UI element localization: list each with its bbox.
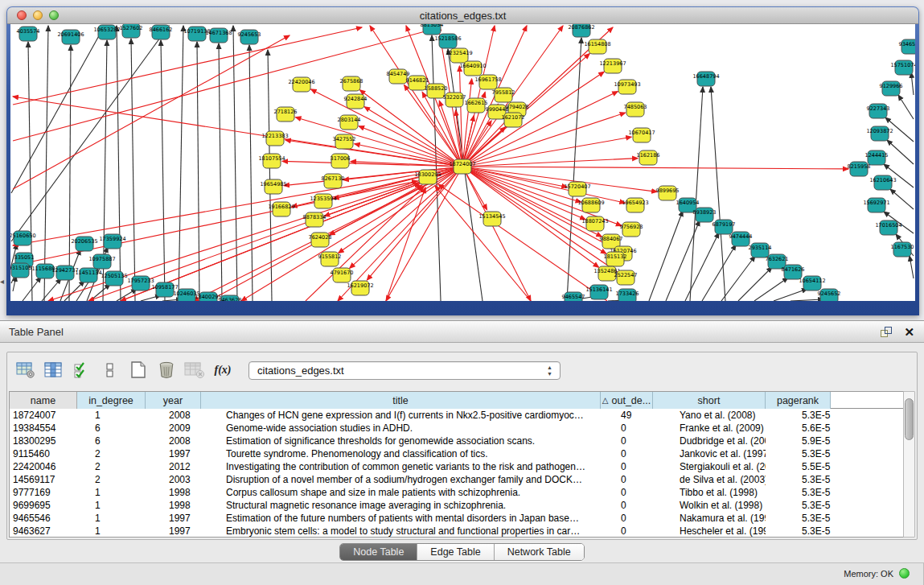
graph-node-label: 18107554 [258,155,285,162]
graph-node-label: 8466162 [150,27,173,33]
table-row[interactable]: 1456911722003Disruption of a novel membe… [10,473,904,486]
graph-node-label: 18807243 [581,218,608,225]
network-window-title: citations_edges.txt [7,10,918,22]
network-window[interactable]: citations_edges.txt 18724007183002952242… [6,6,919,315]
cell: 2 [77,460,146,473]
graph-node-label: 1621072 [502,114,525,121]
graph-node-label: 12353594 [310,196,336,202]
cell: 9463627 [10,525,77,538]
cell: Nakamura et al. (1997) [653,512,766,525]
memory-status-label: Memory: OK [844,569,893,579]
delete-column-icon[interactable] [154,359,179,381]
network-window-titlebar[interactable]: citations_edges.txt [7,7,918,24]
cell: 1 [77,499,146,512]
table-row[interactable]: 946362711997Embryonic stem cells: a mode… [10,525,904,538]
graph-edge [11,26,105,193]
graph-node-label: 10688609 [577,200,604,206]
graph-edge [386,167,462,301]
unselect-all-columns-icon[interactable] [98,359,122,381]
graph-edge [117,26,121,301]
graph-node-label: 12213383 [261,133,288,139]
table-toolbar: f(x) citations_edges.txt ▲▼ [14,357,561,383]
table-row[interactable]: 911546021997Tourette syndrome. Phenomeno… [10,447,904,460]
cell: 5.5E-5 [766,460,831,473]
cell: 2009 [146,422,201,435]
cell: 5.3E-5 [766,473,831,486]
graph-node-label: 10654112 [799,278,825,284]
graph-node-label: 12505135 [101,273,127,279]
cell: 9115460 [10,447,77,460]
table-row[interactable]: 969969511998Structural magnetic resonanc… [10,499,904,512]
cell: 1 [77,409,146,422]
table-mode-icon[interactable] [14,359,38,381]
network-canvas[interactable]: 1872400718300295224200462718126122133831… [10,24,915,301]
float-panel-icon[interactable] [881,327,893,338]
graph-node-label: 17359924 [99,236,125,242]
graph-node-label: 7624028 [309,234,332,241]
graph-node-label: 8471626 [782,266,805,273]
graph-node-label: 9346551 [899,41,915,47]
graph-edge [161,40,165,301]
table-chooser-dropdown[interactable]: citations_edges.txt ▲▼ [248,361,561,380]
graph-edge [295,117,462,167]
function-builder-icon[interactable]: f(x) [211,359,235,381]
graph-node-label: 18724007 [449,161,475,167]
table-row[interactable]: 977716911998Corpus callosum shape and si… [10,486,904,499]
graph-node-label: 9884067 [600,236,623,242]
cell: 2008 [146,409,201,422]
graph-node-label: 12213967 [599,60,626,67]
graph-node-label: 9146821 [406,77,429,84]
graph-node-label: 317006 [331,155,351,162]
column-header-out_de[interactable]: △out_de... [601,392,653,409]
cell: 18300295 [10,435,77,447]
graph-edge [887,140,914,164]
column-header-title[interactable]: title [201,392,601,409]
close-panel-icon[interactable]: ✕ [904,327,914,338]
table-row[interactable]: 1938455462009Genome-wide association stu… [10,422,904,435]
table-row[interactable]: 1830029562008Estimation of significance … [10,435,904,447]
graph-edge [334,167,462,199]
tab-node-table[interactable]: Node Table [340,544,417,560]
graph-node-label: 19166829 [268,204,294,210]
graph-node-label: 2522547 [614,272,638,278]
table-row[interactable]: 1872400712008Changes of HCN gene express… [10,409,904,422]
graph-node-label: 16961758 [474,76,501,83]
column-header-short[interactable]: short [653,392,766,409]
graph-node-label: 20876862 [568,24,594,31]
cell: Disruption of a novel member of a sodium… [201,473,601,486]
graph-edge [649,211,683,301]
graph-node-label: 10958177 [151,284,178,290]
select-all-columns-icon[interactable] [70,359,94,381]
graph-edge [13,35,290,189]
graph-nodes[interactable]: 1872400718300295224200462718126122133831… [10,24,915,301]
new-column-icon[interactable] [126,359,150,381]
table-scrollbar[interactable] [903,391,915,538]
table-body: 1872400712008Changes of HCN gene express… [10,409,904,538]
column-header-in_degree[interactable]: in_degree [77,392,146,409]
cell: Jankovic et al. (1997) [653,447,766,460]
table-scrollbar-thumb[interactable] [905,398,914,440]
tab-network-table[interactable]: Network Table [495,544,584,560]
show-column-icon[interactable] [42,359,66,381]
graph-node-label: 1244415 [865,152,889,159]
cell: 5.3E-5 [766,409,831,422]
table-row[interactable]: 946554611997Estimation of the future num… [10,512,904,525]
graph-node-label: 19654985 [260,181,286,187]
column-header-year[interactable]: year [146,392,201,409]
graph-node-label: 1662615 [465,100,488,106]
cell: 2 [77,473,146,486]
memory-status-icon[interactable] [899,568,910,579]
delete-table-icon[interactable] [183,359,207,381]
cell: 6 [77,435,146,447]
graph-node-label: 16210643 [869,177,896,183]
cell: Embryonic stem cells: a model to study s… [201,525,601,538]
graph-node-label: 9899695 [656,187,680,194]
cell: Tibbo et al. (1998) [653,486,766,499]
cell: 22420046 [10,460,77,473]
tab-edge-table[interactable]: Edge Table [417,544,494,560]
column-header-pagerank[interactable]: pagerank [766,392,831,409]
column-header-name[interactable]: name [10,392,77,409]
graph-node-label: 15692971 [863,200,889,206]
panel-collapse-arrow-icon[interactable]: ◂ [0,277,4,286]
table-row[interactable]: 2242004622012Investigating the contribut… [10,460,904,473]
